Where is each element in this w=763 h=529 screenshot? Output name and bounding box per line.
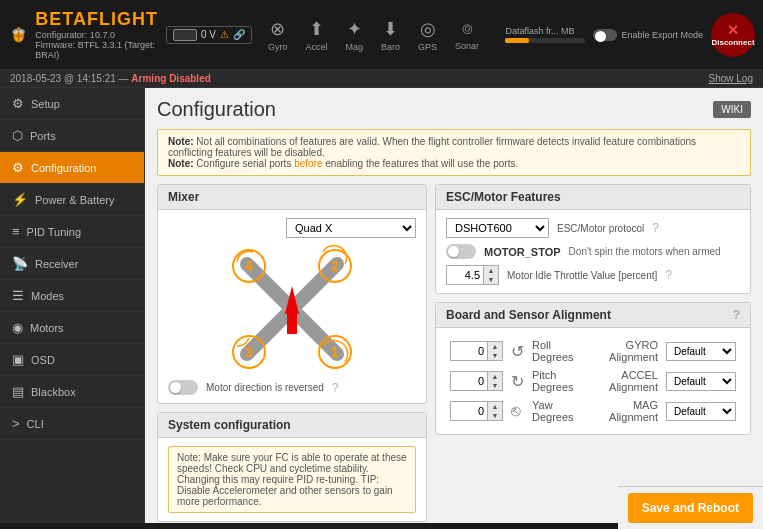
- sidebar-item-pid[interactable]: ≡ PID Tuning: [0, 216, 144, 248]
- main-layout: ⚙ Setup ⬡ Ports ⚙ Configuration ⚡ Power …: [0, 88, 763, 523]
- accel-align-select[interactable]: Default CW 0° CW 90° CW 180° CW 270°: [666, 372, 736, 391]
- roll-axis-icon: ↺: [507, 336, 528, 366]
- sidebar-item-label: Receiver: [35, 258, 78, 270]
- sidebar-item-cli[interactable]: > CLI: [0, 408, 144, 440]
- show-log-link[interactable]: Show Log: [709, 73, 753, 84]
- yaw-spinbox[interactable]: ▲ ▼: [450, 401, 503, 421]
- warn-icon: ⚠: [220, 29, 229, 40]
- mixer-panel-body: Quad X Quad + Tri: [158, 210, 426, 403]
- nav-gps[interactable]: ◎ GPS: [410, 14, 445, 56]
- system-note-label: Note:: [177, 452, 201, 463]
- mag-align-select[interactable]: Default CW 0° CW 90° CW 180° CW 270°: [666, 402, 736, 421]
- dataflash-box: Dataflash fr... MB: [505, 26, 585, 43]
- baro-icon: ⬇: [383, 18, 398, 40]
- sidebar-item-receiver[interactable]: 📡 Receiver: [0, 248, 144, 280]
- sidebar-item-modes[interactable]: ☰ Modes: [0, 280, 144, 312]
- roll-down[interactable]: ▼: [488, 351, 502, 360]
- sidebar-item-label: Modes: [31, 290, 64, 302]
- sidebar-item-label: PID Tuning: [27, 226, 81, 238]
- yaw-axis-label: Yaw Degrees: [528, 396, 589, 426]
- yaw-down[interactable]: ▼: [488, 411, 502, 420]
- disconnect-label: Disconnect: [711, 38, 754, 47]
- pitch-axis-icon: ↻: [507, 366, 528, 396]
- pitch-spinbox[interactable]: ▲ ▼: [450, 371, 503, 391]
- esc-protocol-help[interactable]: ?: [652, 221, 659, 235]
- sidebar-item-setup[interactable]: ⚙ Setup: [0, 88, 144, 120]
- disconnect-icon: ✕: [727, 22, 739, 38]
- gps-label: GPS: [418, 42, 437, 52]
- throttle-help[interactable]: ?: [665, 268, 672, 282]
- note2-text2: enabling the features that will use the …: [325, 158, 518, 169]
- board-alignment-panel: Board and Sensor Alignment ?: [435, 302, 751, 435]
- page-title: Configuration: [157, 98, 276, 121]
- nav-gyro[interactable]: ⊗ Gyro: [260, 14, 296, 56]
- pitch-up[interactable]: ▲: [488, 372, 502, 381]
- save-reboot-button[interactable]: Save and Reboot: [628, 493, 753, 523]
- dataflash-fill: [505, 38, 529, 43]
- throttle-down[interactable]: ▼: [484, 275, 498, 284]
- motor-stop-knob: [448, 246, 459, 257]
- sidebar-item-osd[interactable]: ▣ OSD: [0, 344, 144, 376]
- roll-spinbox[interactable]: ▲ ▼: [450, 341, 503, 361]
- sidebar-item-label: Blackbox: [31, 386, 76, 398]
- disconnect-button[interactable]: ✕ Disconnect: [711, 13, 755, 57]
- firmware-version: Firmware: BTFL 3.3.1 (Target: BRAI): [35, 40, 158, 60]
- sidebar-item-blackbox[interactable]: ▤ Blackbox: [0, 376, 144, 408]
- baro-label: Baro: [381, 42, 400, 52]
- config-version: Configurator: 10.7.0: [35, 30, 158, 40]
- top-right: Dataflash fr... MB Enable Export Mode ✕ …: [505, 13, 755, 57]
- sidebar-item-motors[interactable]: ◉ Motors: [0, 312, 144, 344]
- note1-label: Note:: [168, 136, 194, 147]
- motor-stop-toggle[interactable]: [446, 244, 476, 259]
- logo-icon: [8, 15, 29, 55]
- pitch-input[interactable]: [451, 372, 487, 390]
- nav-accel[interactable]: ⬆ Accel: [298, 14, 336, 56]
- sidebar-item-label: CLI: [27, 418, 44, 430]
- nav-baro[interactable]: ⬇ Baro: [373, 14, 408, 56]
- sonar-icon: ⌾: [462, 18, 473, 39]
- before-link[interactable]: before: [294, 158, 322, 169]
- throttle-input[interactable]: [447, 266, 483, 284]
- sidebar-item-ports[interactable]: ⬡ Ports: [0, 120, 144, 152]
- link-icon: 🔗: [233, 29, 245, 40]
- gyro-align-select[interactable]: Default CW 0° CW 90° CW 180° CW 270°: [666, 342, 736, 361]
- mixer-select-row: Quad X Quad + Tri: [168, 218, 416, 238]
- dataflash-label: Dataflash fr... MB: [505, 26, 574, 36]
- roll-input[interactable]: [451, 342, 487, 360]
- motor-direction-help[interactable]: ?: [332, 381, 339, 395]
- note1-text: Not all combinations of features are val…: [168, 136, 696, 158]
- svg-text:4: 4: [245, 258, 253, 274]
- nav-sonar[interactable]: ⌾ Sonar: [447, 14, 487, 55]
- yaw-axis-icon: ⎋: [507, 396, 528, 426]
- mixer-select[interactable]: Quad X Quad + Tri: [286, 218, 416, 238]
- wiki-button[interactable]: WIKI: [713, 101, 751, 118]
- esc-panel: ESC/Motor Features DSHOT600 DSHOT300 DSH…: [435, 184, 751, 294]
- motor-stop-desc: Don't spin the motors when armed: [569, 246, 721, 257]
- system-config-panel: System configuration Note: Make sure you…: [157, 412, 427, 522]
- pid-icon: ≡: [12, 224, 20, 239]
- roll-type-label: GYRO Alignment: [589, 336, 662, 366]
- receiver-icon: 📡: [12, 256, 28, 271]
- nav-mag[interactable]: ✦ Mag: [338, 14, 372, 56]
- roll-up[interactable]: ▲: [488, 342, 502, 351]
- motor-direction-toggle[interactable]: [168, 380, 198, 395]
- sidebar-item-configuration[interactable]: ⚙ Configuration: [0, 152, 144, 184]
- toggle-knob: [595, 31, 606, 42]
- svg-rect-10: [287, 309, 297, 334]
- logo-text: BETAFLIGHT Configurator: 10.7.0 Firmware…: [35, 9, 158, 60]
- board-alignment-help[interactable]: ?: [733, 308, 740, 322]
- yaw-up[interactable]: ▲: [488, 402, 502, 411]
- export-toggle[interactable]: [593, 29, 617, 41]
- note-box-1: Note: Not all combinations of features a…: [157, 129, 751, 176]
- sidebar-item-power[interactable]: ⚡ Power & Battery: [0, 184, 144, 216]
- throttle-spinbox[interactable]: ▲ ▼: [446, 265, 499, 285]
- logo-section: BETAFLIGHT Configurator: 10.7.0 Firmware…: [8, 9, 158, 60]
- left-column: Mixer Quad X Quad + Tri: [157, 184, 427, 522]
- esc-protocol-select[interactable]: DSHOT600 DSHOT300 DSHOT150 MULTISHOT ONE…: [446, 218, 549, 238]
- mag-icon: ✦: [347, 18, 362, 40]
- toggle-knob: [170, 382, 181, 393]
- yaw-input[interactable]: [451, 402, 487, 420]
- pitch-down[interactable]: ▼: [488, 381, 502, 390]
- sidebar-item-label: OSD: [31, 354, 55, 366]
- throttle-up[interactable]: ▲: [484, 266, 498, 275]
